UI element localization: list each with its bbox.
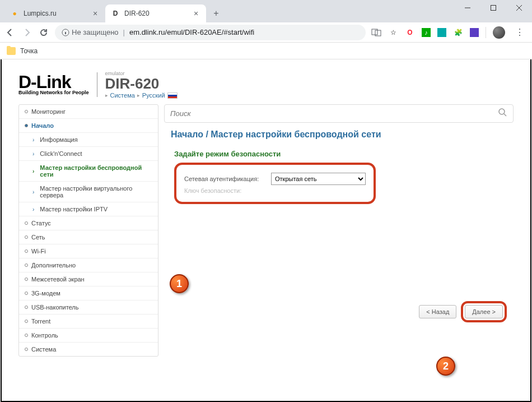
sidebar-item-3g[interactable]: 3G-модем bbox=[19, 286, 158, 300]
star-icon[interactable]: ☆ bbox=[388, 27, 398, 38]
bookmarks-bar: Точка bbox=[0, 43, 532, 59]
sidebar-item-system[interactable]: Система bbox=[19, 342, 158, 356]
reload-button[interactable] bbox=[38, 27, 49, 38]
svg-rect-1 bbox=[491, 6, 496, 11]
page-content: D-Link Building Networks for People emul… bbox=[1, 59, 531, 402]
svg-line-10 bbox=[504, 114, 506, 116]
key-label: Ключ безопасности: bbox=[184, 187, 265, 194]
key-row: Ключ безопасности: bbox=[184, 187, 366, 194]
sidebar-item-control[interactable]: Контроль bbox=[19, 328, 158, 342]
logo-main: D-Link bbox=[18, 74, 89, 90]
insecure-label: Не защищено bbox=[72, 28, 119, 36]
ext-teal-icon[interactable] bbox=[437, 28, 446, 37]
model-name: DIR-620 bbox=[105, 76, 178, 91]
next-button[interactable]: Далее > bbox=[465, 305, 503, 318]
section-title: Задайте режим безопасности bbox=[174, 150, 514, 158]
sidebar-item-iptv-wizard[interactable]: ›Мастер настройки IPTV bbox=[19, 202, 158, 216]
callout-2: 2 bbox=[436, 357, 455, 376]
address-bar: Не защищено | em.dlink.ru/emul/DIR-620AE… bbox=[0, 22, 532, 43]
auth-select[interactable]: Открытая сеть bbox=[271, 173, 366, 185]
sidebar-item-firewall[interactable]: Межсетевой экран bbox=[19, 272, 158, 286]
close-icon bbox=[516, 5, 522, 11]
close-icon[interactable]: × bbox=[91, 9, 100, 18]
callout-1: 1 bbox=[170, 274, 189, 293]
favicon-dlink: D bbox=[111, 9, 120, 18]
system-link[interactable]: Система bbox=[110, 92, 135, 99]
insecure-badge: Не защищено bbox=[62, 28, 119, 36]
breadcrumb: Начало / Мастер настройки беспроводной с… bbox=[171, 130, 514, 140]
flag-ru-icon bbox=[167, 93, 178, 99]
extension-icons: ☆ O ♪ 🧩 ⋮ bbox=[371, 26, 528, 39]
minimize-button[interactable] bbox=[455, 0, 480, 16]
search-icon[interactable] bbox=[498, 108, 507, 119]
search-input[interactable] bbox=[170, 109, 498, 118]
arrow-right-icon bbox=[22, 28, 31, 37]
tabs-area: ● Lumpics.ru × D DIR-620 × + bbox=[0, 0, 455, 22]
ext-purple-icon[interactable] bbox=[470, 28, 479, 37]
sidebar-item-info[interactable]: ›Информация bbox=[19, 132, 158, 146]
ext-green-icon[interactable]: ♪ bbox=[422, 28, 431, 37]
favicon-lumpics: ● bbox=[10, 9, 19, 18]
avatar[interactable] bbox=[493, 26, 505, 39]
sidebar-item-vs-wizard[interactable]: ›Мастер настройки виртуального сервера bbox=[19, 181, 158, 202]
tab-dir620[interactable]: D DIR-620 × bbox=[105, 4, 206, 22]
sidebar: Мониторинг Начало ›Информация ›Click'n'C… bbox=[18, 104, 158, 357]
sidebar-item-cnc[interactable]: ›Click'n'Connect bbox=[19, 146, 158, 160]
sidebar-item-monitoring[interactable]: Мониторинг bbox=[19, 105, 158, 118]
maximize-icon bbox=[491, 5, 496, 11]
window-titlebar: ● Lumpics.ru × D DIR-620 × + bbox=[0, 0, 532, 22]
minimize-icon bbox=[465, 5, 470, 11]
logo-sub: Building Networks for People bbox=[18, 90, 89, 95]
forward-button[interactable] bbox=[21, 27, 32, 38]
info-icon bbox=[62, 29, 69, 36]
model-block: emulator DIR-620 ▸ Система ▸ Русский bbox=[105, 71, 178, 99]
sidebar-item-torrent[interactable]: Torrent bbox=[19, 314, 158, 328]
sidebar-item-extra[interactable]: Дополнительно bbox=[19, 258, 158, 272]
page-header: D-Link Building Networks for People emul… bbox=[18, 71, 514, 99]
close-button[interactable] bbox=[506, 0, 532, 16]
menu-button[interactable]: ⋮ bbox=[512, 27, 528, 38]
sidebar-item-usb[interactable]: USB-накопитель bbox=[19, 300, 158, 314]
sidebar-item-status[interactable]: Статус bbox=[19, 216, 158, 230]
tab-title: Lumpics.ru bbox=[24, 10, 86, 17]
tab-title: DIR-620 bbox=[124, 10, 187, 17]
svg-point-9 bbox=[499, 109, 505, 114]
arrow-left-icon bbox=[6, 28, 15, 37]
lang-link[interactable]: Русский bbox=[142, 92, 165, 99]
translate-icon[interactable] bbox=[371, 27, 381, 38]
sidebar-item-net[interactable]: Сеть bbox=[19, 230, 158, 244]
reload-icon bbox=[39, 28, 48, 37]
auth-label: Сетевая аутентификация: bbox=[184, 175, 265, 182]
wizard-buttons: < Назад Далее > bbox=[419, 301, 507, 322]
back-button[interactable]: < Назад bbox=[419, 305, 456, 318]
new-tab-button[interactable]: + bbox=[208, 6, 224, 21]
url-text: em.dlink.ru/emul/DIR-620AE/#start/wifi bbox=[129, 28, 254, 36]
window-controls bbox=[455, 0, 532, 17]
sidebar-item-start[interactable]: Начало bbox=[19, 118, 158, 132]
folder-icon bbox=[7, 47, 16, 55]
search-bar bbox=[164, 104, 514, 123]
chevron-right-icon: ▸ bbox=[137, 93, 140, 98]
chevron-right-icon: ▸ bbox=[105, 93, 108, 98]
brand-logo: D-Link Building Networks for People bbox=[18, 74, 89, 96]
separator bbox=[97, 72, 97, 97]
ext-blue-icon[interactable]: 🧩 bbox=[453, 27, 463, 38]
sidebar-item-wifi[interactable]: Wi-Fi bbox=[19, 244, 158, 258]
back-button[interactable] bbox=[4, 27, 16, 38]
sidebar-item-wifi-wizard[interactable]: ›Мастер настройки беспроводной сети bbox=[19, 160, 158, 181]
tab-lumpics[interactable]: ● Lumpics.ru × bbox=[4, 4, 105, 22]
opera-icon[interactable]: O bbox=[405, 27, 415, 38]
lang-row: ▸ Система ▸ Русский bbox=[105, 92, 178, 99]
maximize-button[interactable] bbox=[480, 0, 506, 16]
url-field[interactable]: Не защищено | em.dlink.ru/emul/DIR-620AE… bbox=[55, 25, 366, 40]
next-highlight: Далее > bbox=[461, 301, 507, 322]
security-form: Сетевая аутентификация: Открытая сеть Кл… bbox=[174, 163, 376, 204]
auth-row: Сетевая аутентификация: Открытая сеть bbox=[184, 173, 366, 185]
close-icon[interactable]: × bbox=[192, 9, 200, 18]
bookmark-folder[interactable]: Точка bbox=[20, 47, 38, 55]
